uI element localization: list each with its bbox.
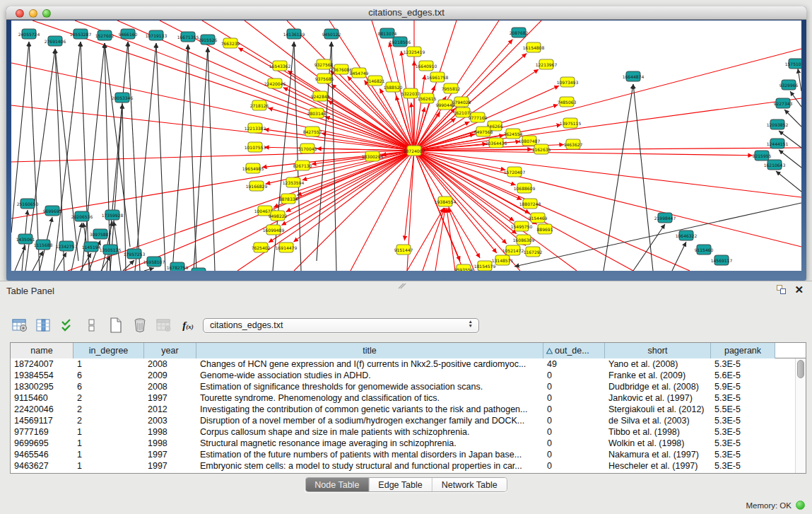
table-cell[interactable]: 2009 bbox=[144, 370, 196, 381]
table-cell[interactable]: Estimation of the future numbers of pati… bbox=[196, 449, 543, 460]
table-cell[interactable]: 1998 bbox=[144, 438, 196, 449]
table-cell[interactable]: Estimation of significance thresholds fo… bbox=[196, 381, 543, 392]
table-cell[interactable]: 2008 bbox=[144, 381, 196, 392]
table-cell[interactable]: 2 bbox=[73, 404, 144, 415]
table-cell[interactable]: 0 bbox=[543, 460, 605, 472]
table-cell[interactable]: 5.3E-5 bbox=[711, 426, 775, 438]
table-cell[interactable]: Wolkin et al. (1998) bbox=[605, 438, 711, 449]
table-cell[interactable]: 5.3E-5 bbox=[711, 415, 775, 426]
tab-edge-table[interactable]: Edge Table bbox=[369, 478, 432, 491]
column-header-in-degree[interactable]: in_degree bbox=[73, 343, 144, 358]
table-cell[interactable]: 49 bbox=[543, 358, 605, 370]
table-cell[interactable]: 0 bbox=[543, 381, 605, 392]
table-row[interactable]: 977716911998Corpus callosum shape and si… bbox=[11, 426, 795, 438]
tab-network-table[interactable]: Network Table bbox=[433, 478, 507, 491]
table-cell[interactable]: 2008 bbox=[144, 358, 196, 370]
table-cell[interactable]: Dudbridge et al. (2008) bbox=[605, 381, 711, 392]
table-cell[interactable]: 9463627 bbox=[11, 460, 73, 472]
table-cell[interactable]: 0 bbox=[543, 404, 605, 415]
tab-node-table[interactable]: Node Table bbox=[305, 478, 369, 491]
table-cell[interactable]: 0 bbox=[543, 426, 605, 438]
delete-table-icon[interactable] bbox=[131, 317, 148, 334]
window-titlebar[interactable]: citations_edges.txt bbox=[6, 6, 806, 20]
table-row[interactable]: 1456911722003Disruption of a novel membe… bbox=[11, 415, 795, 426]
table-cell[interactable]: Yano et al. (2008) bbox=[605, 358, 711, 370]
table-cell[interactable]: 1 bbox=[73, 438, 144, 449]
table-cell[interactable]: 5.9E-5 bbox=[711, 381, 775, 392]
table-cell[interactable]: 5.3E-5 bbox=[711, 392, 775, 404]
table-row[interactable]: 2242004622012Investigating the contribut… bbox=[11, 404, 795, 415]
table-cell[interactable]: 9465546 bbox=[11, 449, 73, 460]
float-panel-icon[interactable] bbox=[777, 285, 787, 295]
table-cell[interactable]: 0 bbox=[543, 370, 605, 381]
table-cell[interactable]: 5.3E-5 bbox=[711, 460, 775, 472]
table-cell[interactable]: Disruption of a novel member of a sodium… bbox=[196, 415, 543, 426]
table-cell[interactable]: Franke et al. (2009) bbox=[605, 370, 711, 381]
table-source-select[interactable]: citations_edges.txt ▲▼ bbox=[203, 318, 479, 333]
network-view[interactable]: 2405572427691406105532871527602946616010… bbox=[11, 21, 801, 271]
column-header-pagerank[interactable]: pagerank bbox=[711, 343, 775, 358]
table-cell[interactable]: 2003 bbox=[144, 415, 196, 426]
close-window-button[interactable] bbox=[16, 9, 24, 18]
table-cell[interactable]: Jankovic et al. (1997) bbox=[605, 392, 711, 404]
table-row[interactable]: 911546021997Tourette syndrome. Phenomeno… bbox=[11, 392, 795, 404]
network-canvas[interactable]: 2405572427691406105532871527602946616010… bbox=[11, 21, 801, 271]
vertical-scrollbar[interactable] bbox=[795, 358, 806, 473]
table-cell[interactable]: 1 bbox=[73, 449, 144, 460]
table-cell[interactable]: 5.3E-5 bbox=[711, 449, 775, 460]
function-builder-icon[interactable]: f(x) bbox=[180, 317, 196, 334]
table-cell[interactable]: 2 bbox=[73, 392, 144, 404]
table-row[interactable]: 946554611997Estimation of the future num… bbox=[11, 449, 795, 460]
table-cell[interactable]: 1997 bbox=[144, 460, 196, 472]
table-cell[interactable]: Tibbo et al. (1998) bbox=[605, 426, 711, 438]
table-cell[interactable]: 1998 bbox=[144, 426, 196, 438]
table-cell[interactable]: 18724007 bbox=[11, 358, 73, 370]
table-cell[interactable]: 22420046 bbox=[11, 404, 73, 415]
panel-resize-handle[interactable] bbox=[398, 283, 406, 289]
select-all-check-icon[interactable] bbox=[59, 317, 76, 334]
new-table-icon[interactable] bbox=[107, 317, 124, 334]
table-cell[interactable]: 2012 bbox=[144, 404, 196, 415]
table-row[interactable]: 969969511998Structural magnetic resonanc… bbox=[11, 438, 795, 449]
column-header-title[interactable]: title bbox=[196, 343, 543, 358]
table-cell[interactable]: 9115460 bbox=[11, 392, 73, 404]
scrollbar-thumb[interactable] bbox=[797, 360, 804, 378]
table-cell[interactable]: 1997 bbox=[144, 449, 196, 460]
table-row[interactable]: 1872400712008Changes of HCN gene express… bbox=[11, 358, 795, 370]
table-cell[interactable]: Genome-wide association studies in ADHD. bbox=[196, 370, 543, 381]
table-cell[interactable]: 1 bbox=[73, 358, 144, 370]
table-row[interactable]: 1938455462009Genome-wide association stu… bbox=[11, 370, 795, 381]
table-cell[interactable]: Hescheler et al. (1997) bbox=[605, 460, 711, 472]
table-cell[interactable]: Nakamura et al. (1997) bbox=[605, 449, 711, 460]
zoom-window-button[interactable] bbox=[42, 9, 51, 18]
column-header-short[interactable]: short bbox=[605, 343, 711, 358]
table-cell[interactable]: 5.5E-5 bbox=[711, 404, 775, 415]
table-cell[interactable]: 1 bbox=[73, 460, 144, 472]
table-cell[interactable]: de Silva et al. (2003) bbox=[605, 415, 711, 426]
table-cell[interactable]: 1997 bbox=[144, 392, 196, 404]
column-header-name[interactable]: name bbox=[11, 343, 73, 358]
table-cell[interactable]: 9777169 bbox=[11, 426, 73, 438]
column-select-icon[interactable] bbox=[35, 317, 52, 334]
table-cell[interactable]: Investigating the contribution of common… bbox=[196, 404, 543, 415]
table-cell[interactable]: 18300295 bbox=[11, 381, 73, 392]
close-panel-icon[interactable]: ✕ bbox=[794, 284, 804, 296]
table-cell[interactable]: 6 bbox=[73, 370, 144, 381]
table-cell[interactable]: 0 bbox=[543, 438, 605, 449]
table-cell[interactable]: 2 bbox=[73, 415, 144, 426]
table-cell[interactable]: Tourette syndrome. Phenomenology and cla… bbox=[196, 392, 543, 404]
table-row[interactable]: 946362711997Embryonic stem cells: a mode… bbox=[11, 460, 795, 472]
table-cell[interactable]: Corpus callosum shape and size in male p… bbox=[196, 426, 543, 438]
table-row[interactable]: 1830029562008Estimation of significance … bbox=[11, 381, 795, 392]
table-cell[interactable]: 0 bbox=[543, 392, 605, 404]
table-cell[interactable]: Stergiakouli et al. (2012) bbox=[605, 404, 711, 415]
table-cell[interactable]: Structural magnetic resonance image aver… bbox=[196, 438, 543, 449]
column-header-year[interactable]: year bbox=[144, 343, 196, 358]
table-cell[interactable]: 5.3E-5 bbox=[711, 358, 775, 370]
minimize-window-button[interactable] bbox=[29, 9, 37, 18]
table-cell[interactable]: 0 bbox=[543, 415, 605, 426]
row-mode-icon[interactable] bbox=[83, 317, 100, 334]
table-cell[interactable]: 5.6E-5 bbox=[711, 370, 775, 381]
table-cell[interactable]: 19384554 bbox=[11, 370, 73, 381]
table-cell[interactable]: 0 bbox=[543, 449, 605, 460]
